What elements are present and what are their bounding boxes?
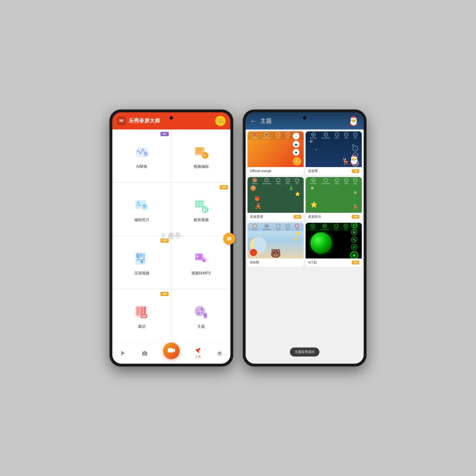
svg-rect-8 bbox=[196, 150, 201, 151]
svg-rect-44 bbox=[204, 314, 207, 318]
svg-rect-21 bbox=[202, 202, 204, 206]
planet-circle bbox=[310, 232, 332, 254]
theme-card-xplan[interactable]: ⏺Record 📷Screenshot ⌂Home 🔧Tools ✕Exit ⌂… bbox=[306, 223, 362, 267]
left-phone: 乐秀录屏大师 👑 AI+ AI降噪 bbox=[109, 109, 233, 367]
crown-icon: 👑 bbox=[217, 118, 224, 124]
xmas-green-theme-info: 圣诞快乐 VIP bbox=[306, 213, 362, 221]
xplan-theme-preview: ⏺Record 📷Screenshot ⌂Home 🔧Tools ✕Exit ⌂… bbox=[306, 223, 362, 258]
vip-badge-compress: VIP bbox=[160, 238, 169, 243]
bob-bear-theme-preview: ⏺Record 📷Screenshot ⌂Home 🔧Tools ✕Exit 🐻 bbox=[248, 223, 304, 258]
svg-rect-25 bbox=[136, 254, 139, 258]
theme-card-gingerbread[interactable]: ⏺Record 📷Screenshot ⌂Home 🔧Tools ✕Exit 🍪… bbox=[248, 177, 304, 221]
theme-page-title: 主题 bbox=[260, 117, 272, 125]
crop-icon bbox=[132, 303, 151, 322]
bob-mini-toolbar: ⏺Record 📷Screenshot ⌂Home 🔧Tools ✕Exit bbox=[248, 223, 304, 231]
nav-record-center[interactable] bbox=[163, 342, 180, 359]
xmas-mini-toolbar: ⏺Recorder 📷Screenshot ⌂Home 🔧Tools ✕Exit bbox=[306, 177, 362, 186]
theme-card-christmas[interactable]: ⏺Recorder 📷Screenshot ⌂Home 🔧Tools ✕Exit… bbox=[306, 131, 362, 175]
theme-header: ← 主题 🎅 bbox=[246, 112, 364, 130]
tool-crop-video[interactable]: VIP 裁剪视频 bbox=[171, 183, 230, 236]
christmas-theme-info: 圣诞季 VIP bbox=[306, 167, 362, 175]
santa-icon: 🎅 bbox=[348, 116, 359, 126]
christmas-theme-preview: ⏺Recorder 📷Screenshot ⌂Home 🔧Tools ✕Exit… bbox=[306, 131, 362, 167]
orange-float-buttons: ⌂ 📷 ⏺ F bbox=[293, 133, 301, 166]
ai-badge: AI+ bbox=[160, 132, 169, 136]
orange-theme-name: Official orange bbox=[250, 169, 271, 173]
edit-photo-label: 编辑照片 bbox=[134, 218, 150, 222]
svg-point-40 bbox=[196, 308, 200, 312]
back-button[interactable]: ← bbox=[250, 117, 256, 125]
svg-rect-36 bbox=[143, 307, 146, 315]
gingerbread-mini-toolbar: ⏺Record 📷Screenshot ⌂Home 🔧Tools ✕Exit bbox=[248, 177, 304, 186]
nav-tools[interactable]: 工具 bbox=[195, 347, 201, 359]
svg-point-42 bbox=[201, 311, 204, 314]
svg-rect-19 bbox=[197, 202, 199, 206]
xmas-green-theme-preview: ⏺Recorder 📷Screenshot ⌂Home 🔧Tools ✕Exit… bbox=[306, 177, 362, 213]
tools-grid: AI+ AI降噪 bbox=[112, 130, 230, 342]
video-edit-icon bbox=[192, 143, 211, 162]
themes-scroll[interactable]: ⏺Record 📷Screenshot ⌂Home 🔧Tools ✕Exit ⌂… bbox=[246, 130, 364, 364]
bob-bear-theme-name: Bob熊 bbox=[250, 260, 259, 265]
svg-point-48 bbox=[144, 353, 145, 354]
nav-tools-label: 工具 bbox=[195, 355, 201, 359]
svg-rect-50 bbox=[168, 348, 173, 353]
tool-video-mp3[interactable]: 视频转MP3 bbox=[171, 236, 230, 289]
app-icon bbox=[117, 117, 126, 125]
svg-rect-7 bbox=[196, 148, 203, 149]
app-title: 乐秀录屏大师 bbox=[129, 117, 160, 124]
nav-settings[interactable] bbox=[216, 350, 223, 357]
svg-rect-9 bbox=[196, 152, 202, 153]
themes-grid: ⏺Record 📷Screenshot ⌂Home 🔧Tools ✕Exit ⌂… bbox=[248, 131, 362, 267]
christmas-vip-badge: VIP bbox=[352, 169, 359, 173]
orange-theme-preview: ⏺Record 📷Screenshot ⌂Home 🔧Tools ✕Exit ⌂… bbox=[248, 131, 304, 167]
tool-ai-denoise[interactable]: AI+ AI降噪 bbox=[112, 130, 171, 182]
xplan-theme-name: X计划 bbox=[308, 260, 317, 265]
download-badge[interactable]: ↓ bbox=[250, 249, 257, 256]
left-phone-screen: 乐秀录屏大师 👑 AI+ AI降噪 bbox=[112, 112, 230, 364]
gingerbread-vip-badge: VIP bbox=[294, 215, 301, 219]
theme-icon bbox=[192, 303, 211, 322]
compress-video-icon bbox=[132, 249, 151, 269]
svg-rect-34 bbox=[136, 307, 140, 315]
svg-rect-28 bbox=[136, 259, 145, 261]
video-mp3-label: 视频转MP3 bbox=[191, 271, 211, 276]
camera-dot-left bbox=[170, 116, 173, 119]
xmas-green-vip-badge: VIP bbox=[352, 215, 359, 219]
svg-point-4 bbox=[144, 153, 147, 155]
svg-point-41 bbox=[201, 308, 203, 310]
xplan-vip-badge: VIP bbox=[352, 261, 359, 264]
svg-rect-49 bbox=[144, 351, 146, 352]
svg-rect-26 bbox=[140, 254, 143, 257]
svg-point-43 bbox=[197, 312, 200, 315]
nav-play[interactable] bbox=[120, 350, 126, 357]
gingerbread-theme-info: 圣诞姜饼 VIP bbox=[248, 213, 304, 221]
christmas-mini-toolbar: ⏺Recorder 📷Screenshot ⌂Home 🔧Tools ✕Exit bbox=[306, 131, 362, 140]
success-toast: 主题应用成功 bbox=[290, 347, 319, 357]
crop-video-icon bbox=[192, 196, 211, 215]
camera-dot-right bbox=[303, 116, 306, 119]
app-header: 乐秀录屏大师 👑 bbox=[112, 112, 230, 130]
tool-crop[interactable]: VIP 裁切 bbox=[112, 289, 171, 342]
compress-video-label: 压缩视频 bbox=[134, 271, 150, 276]
reindeer-figure: 🦌 bbox=[352, 204, 359, 210]
svg-rect-20 bbox=[200, 202, 201, 206]
tool-edit-photo[interactable]: 编辑照片 bbox=[112, 183, 171, 236]
neon-buttons: ⌂ 📷 🔧 ⚙ ⏺ bbox=[350, 223, 358, 258]
video-mp3-icon bbox=[192, 249, 211, 269]
tool-video-edit[interactable]: 视频编辑 bbox=[171, 130, 230, 182]
edit-photo-icon bbox=[132, 196, 151, 215]
tool-theme[interactable]: 主题 bbox=[171, 289, 230, 342]
crown-button[interactable]: 👑 bbox=[215, 116, 226, 126]
vip-badge-crop: VIP bbox=[220, 185, 228, 189]
theme-card-bob-bear[interactable]: ⏺Record 📷Screenshot ⌂Home 🔧Tools ✕Exit 🐻 bbox=[248, 223, 304, 267]
bob-bear-theme-info: Bob熊 bbox=[248, 258, 304, 267]
xmas-green-theme-name: 圣诞快乐 bbox=[308, 215, 321, 219]
theme-card-xmas-green[interactable]: ⏺Recorder 📷Screenshot ⌂Home 🔧Tools ✕Exit… bbox=[306, 177, 362, 221]
nav-camera[interactable] bbox=[141, 350, 148, 357]
gingerbread-theme-name: 圣诞姜饼 bbox=[250, 215, 263, 219]
tool-compress-video[interactable]: VIP 压缩视频 bbox=[112, 236, 171, 289]
right-phone-screen: ← 主题 🎅 ⏺Record 📷Screenshot ⌂Home 🔧Tools bbox=[246, 112, 364, 364]
crop-label: 裁切 bbox=[138, 324, 146, 329]
bottom-nav: 工具 bbox=[112, 342, 230, 364]
theme-card-orange[interactable]: ⏺Record 📷Screenshot ⌂Home 🔧Tools ✕Exit ⌂… bbox=[248, 131, 304, 175]
